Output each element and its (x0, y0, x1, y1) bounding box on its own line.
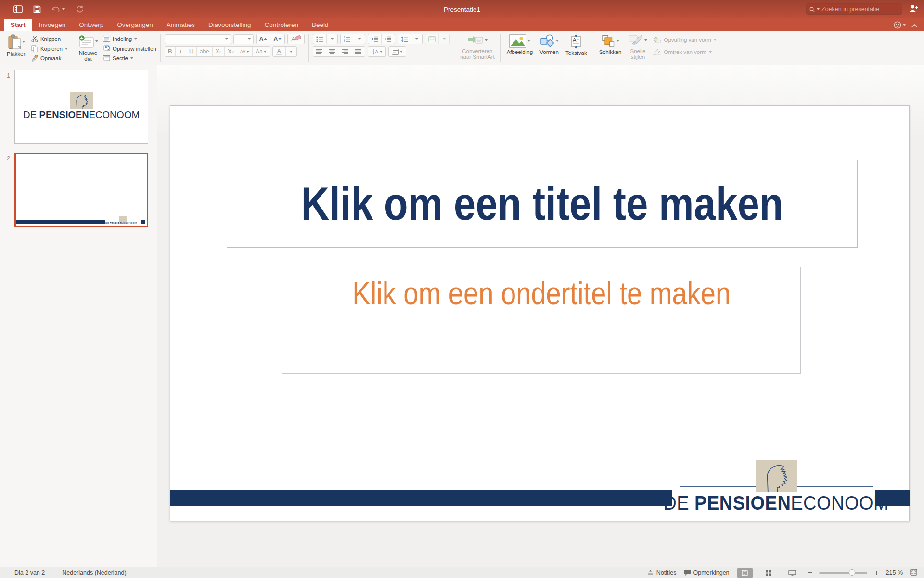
logo-wordmark: DE PENSIOENECONOOM (23, 109, 140, 120)
tab-beeld[interactable]: Beeld (305, 19, 335, 31)
convert-to-smartart-button[interactable]: Converterennaar SmartArt (458, 34, 497, 60)
zoom-slider[interactable] (819, 572, 867, 574)
notes-toggle[interactable]: Notities (647, 569, 677, 576)
slide-thumbnail-1[interactable]: DE PENSIOENECONOOM (14, 70, 148, 144)
numbering-icon: 123 (344, 36, 351, 42)
slide-sorter-view-button[interactable] (760, 568, 777, 578)
decrease-indent-button[interactable] (368, 34, 382, 44)
comments-toggle[interactable]: Opmerkingen (684, 569, 730, 576)
shrink-font-button[interactable]: A (270, 34, 284, 44)
slide-thumbnail-panel: 1 DE PENSIOENECONOOM 2 DE PENS (0, 65, 157, 567)
line-spacing-button[interactable] (398, 34, 411, 44)
subtitle-placeholder[interactable]: Klik om een ondertitel te maken (282, 267, 801, 374)
shapes-button[interactable]: Vormen (538, 34, 561, 55)
footer-bar (170, 490, 672, 506)
strikethrough-button[interactable]: abe (197, 47, 213, 56)
tab-diavoorstelling[interactable]: Diavoorstelling (202, 19, 258, 31)
align-right-button[interactable] (339, 47, 352, 56)
shape-fill-button[interactable]: Opvulling van vorm (653, 36, 716, 44)
font-color-caret-button[interactable] (286, 47, 296, 56)
shape-outline-button[interactable]: Omtrek van vorm (653, 48, 716, 56)
bullets-caret-button[interactable] (327, 34, 337, 44)
font-name-combo[interactable] (165, 34, 231, 44)
justify-icon (355, 49, 362, 54)
justify-button[interactable] (352, 47, 365, 56)
font-color-button[interactable]: A (273, 47, 286, 56)
titlebar: Presentatie1 (0, 0, 924, 18)
slide-position-label: Dia 2 van 2 (14, 569, 45, 576)
italic-button[interactable]: I (176, 47, 186, 56)
grow-font-button[interactable]: A (257, 34, 271, 44)
pensioeneconoom-logo: DE PENSIOENECONOOM (26, 92, 137, 120)
align-center-button[interactable] (326, 47, 339, 56)
tab-animaties[interactable]: Animaties (160, 19, 202, 31)
bold-button[interactable]: B (165, 47, 176, 56)
copy-button[interactable]: Kopiëren (31, 44, 68, 53)
columns-button[interactable] (425, 34, 439, 44)
new-slide-button[interactable]: Nieuwedia (76, 34, 100, 62)
align-text-button[interactable] (389, 47, 406, 56)
normal-view-button[interactable] (737, 568, 753, 578)
text-direction-caret-icon (380, 51, 383, 53)
slide-thumbnail-2-selected[interactable]: DE PENSIOENECONOOM (14, 153, 148, 227)
smiley-caret-icon (903, 24, 906, 26)
tab-overgangen[interactable]: Overgangen (110, 19, 159, 31)
cut-button[interactable]: Knippen (31, 35, 68, 43)
svg-text:A: A (291, 36, 295, 43)
fit-slide-to-window-button[interactable] (910, 569, 917, 577)
feedback-smiley-icon[interactable] (894, 21, 906, 29)
zoom-out-button[interactable] (808, 572, 812, 573)
search-input[interactable] (821, 6, 899, 13)
language-button[interactable]: Nederlands (Nederland) (62, 569, 126, 576)
slideshow-view-button[interactable] (784, 568, 800, 578)
character-spacing-button[interactable]: AV (237, 47, 253, 56)
notes-icon (647, 570, 654, 576)
format-painter-button[interactable]: Opmaak (31, 54, 68, 62)
new-slide-icon (78, 34, 94, 49)
zoom-level-button[interactable]: 215 % (886, 569, 903, 576)
bullets-button[interactable] (313, 34, 327, 44)
smartart-caret-icon (485, 39, 488, 41)
numbering-button[interactable]: 123 (341, 34, 354, 44)
paste-button[interactable]: Plakken (5, 34, 28, 57)
mini-logo-wordmark: DE PENSIOENECONOOM (105, 222, 137, 224)
increase-indent-button[interactable] (382, 34, 395, 44)
align-text-icon (392, 49, 399, 55)
zoom-in-button[interactable] (874, 571, 879, 575)
text-direction-button[interactable]: A (368, 47, 385, 56)
textbox-button[interactable]: A Tekstvak (564, 34, 589, 56)
columns-caret-button[interactable] (439, 34, 449, 44)
mini-footer-bar (16, 220, 105, 224)
superscript-button[interactable]: X2 (213, 47, 225, 56)
arrange-button[interactable]: Schikken (597, 34, 624, 55)
align-left-button[interactable] (313, 47, 326, 56)
tab-invoegen[interactable]: Invoegen (32, 19, 73, 31)
title-placeholder[interactable]: Klik om een titel te maken (227, 160, 858, 248)
picture-button[interactable]: Afbeelding (505, 34, 535, 55)
subscript-button[interactable]: X2 (225, 47, 237, 56)
textbox-icon: A (569, 34, 583, 49)
quick-styles-button[interactable]: Snellestijlen (626, 34, 649, 60)
layout-button[interactable]: Indeling (103, 35, 156, 43)
tab-controleren[interactable]: Controleren (258, 19, 306, 31)
zoom-slider-knob[interactable] (849, 569, 855, 576)
picture-caret-icon (527, 40, 530, 42)
font-size-combo[interactable] (233, 34, 254, 44)
tab-ontwerp[interactable]: Ontwerp (72, 19, 110, 31)
collapse-ribbon-icon[interactable] (911, 21, 917, 29)
share-add-person-icon[interactable] (909, 4, 918, 14)
tab-start[interactable]: Start (4, 19, 32, 31)
shapes-caret-icon (556, 40, 559, 42)
change-case-button[interactable]: Aa (253, 47, 270, 56)
grow-font-arrow-icon (264, 38, 267, 40)
section-button[interactable]: Sectie (103, 54, 156, 62)
underline-button[interactable]: U (186, 47, 197, 56)
line-spacing-caret-button[interactable] (411, 34, 422, 44)
reset-slide-button[interactable]: Opnieuw instellen (103, 44, 156, 53)
clear-formatting-button[interactable]: A (288, 34, 304, 44)
font-name-caret-icon (225, 38, 228, 40)
svg-text:3: 3 (344, 40, 345, 42)
numbering-caret-button[interactable] (354, 34, 365, 44)
svg-text:A: A (375, 49, 378, 53)
search-box[interactable] (806, 3, 902, 15)
